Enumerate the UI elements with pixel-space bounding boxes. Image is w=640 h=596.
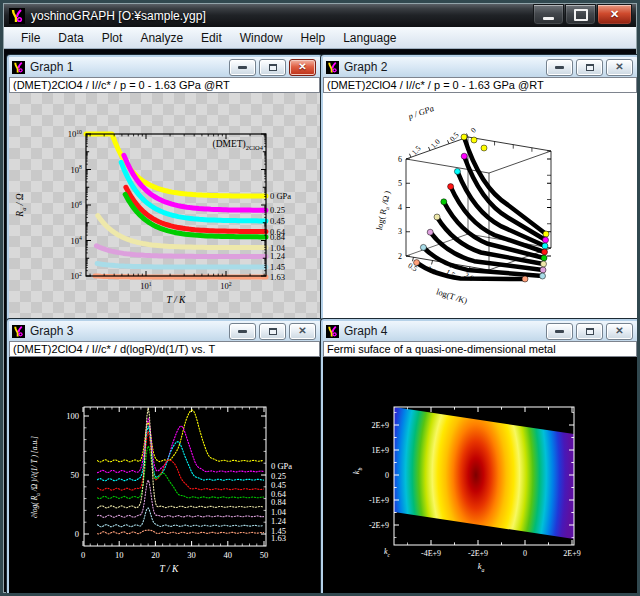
close-icon: ✕ xyxy=(615,326,623,336)
y-tick: 102 xyxy=(71,271,83,282)
graph1-caption[interactable]: (DMET)2ClO4 / I//c* / p = 0 - 1.63 GPa @… xyxy=(9,77,320,93)
graph3-close-button[interactable]: ✕ xyxy=(289,323,316,340)
restore-icon xyxy=(586,64,594,71)
pressure-label: 0.84 xyxy=(270,232,286,242)
menu-edit[interactable]: Edit xyxy=(192,29,231,47)
y-tick: 106 xyxy=(71,200,83,211)
y-tick: 104 xyxy=(71,235,83,246)
y-tick: 2E+9 xyxy=(372,421,389,430)
graph4-titlebar[interactable]: Graph 4 ✕ xyxy=(323,321,637,341)
p-tick: 1.0 xyxy=(429,137,442,150)
graph4-minimize-button[interactable] xyxy=(546,323,573,340)
menu-file[interactable]: File xyxy=(12,29,49,47)
maximize-icon xyxy=(574,9,588,21)
pressure-label: 1.45 xyxy=(270,262,285,272)
graph3-caption[interactable]: (DMET)2ClO4 / I//c* / d(logR)/d(1/T) vs.… xyxy=(9,341,320,357)
z-tick: 3 xyxy=(398,227,402,236)
menu-bar: File Data Plot Analyze Edit Window Help … xyxy=(4,27,636,49)
menu-analyze[interactable]: Analyze xyxy=(131,29,192,47)
close-icon: ✕ xyxy=(610,8,619,21)
title-bar[interactable]: yoshinoGRAPH [O:¥sample.ygp] ✕ xyxy=(4,4,636,27)
graph1-close-button[interactable]: ✕ xyxy=(289,59,316,76)
graph4-axes: 2E+91E+90-1E+9-2E+9-4E+9-2E+902E+9kbkakc xyxy=(323,357,633,590)
pressure-label: 0.45 xyxy=(270,216,285,226)
maximize-button[interactable] xyxy=(565,4,596,25)
t-axis-label: log(T /K) xyxy=(435,286,469,306)
graph1-titlebar[interactable]: Graph 1 ✕ xyxy=(9,57,320,77)
menu-data[interactable]: Data xyxy=(49,29,92,47)
menu-language[interactable]: Language xyxy=(334,29,405,47)
main-window: yoshinoGRAPH [O:¥sample.ygp] ✕ File Data… xyxy=(0,0,640,596)
x-tick: -2E+9 xyxy=(468,549,488,558)
graph2-minimize-button[interactable] xyxy=(546,59,573,76)
y-tick: 50 xyxy=(71,470,80,480)
plot-annotation: (DMET)2ClO4 xyxy=(213,139,264,151)
graph3-chart: 05010001020304050T / K∂log( Ra /Ω )/∂(1/… xyxy=(9,357,316,590)
graph4-restore-button[interactable] xyxy=(576,323,603,340)
graph3-minimize-button[interactable] xyxy=(229,323,256,340)
pressure-label: 1.63 xyxy=(271,533,286,543)
y-tick: 1E+9 xyxy=(372,446,389,455)
series-1.04 xyxy=(98,408,264,508)
series-1.45 xyxy=(97,264,266,268)
graph3-titlebar[interactable]: Graph 3 ✕ xyxy=(9,321,320,341)
menu-window[interactable]: Window xyxy=(231,29,292,47)
y-tick: 0 xyxy=(75,529,79,539)
graph1-minimize-button[interactable] xyxy=(229,59,256,76)
series-1.24 xyxy=(98,480,264,517)
graph2-restore-button[interactable] xyxy=(576,59,603,76)
graph2-chart: 00.51.01.5p / GPa65432log( Ra /Ω )0.51.0… xyxy=(323,93,633,314)
minimize-button[interactable] xyxy=(533,4,564,25)
p-axis-label: p / GPa xyxy=(406,103,435,122)
graph4-close-button[interactable]: ✕ xyxy=(606,323,633,340)
graph1-chart: 0 GPa0.250.450.640.841.041.241.451.63101… xyxy=(9,93,316,314)
graph1-icon xyxy=(12,61,25,74)
graph4-icon xyxy=(326,325,339,338)
x-tick: 0 xyxy=(523,549,527,558)
graph2-title: Graph 2 xyxy=(344,60,541,74)
pressure-label: 0.25 xyxy=(270,205,285,215)
corner-axis-label: kc xyxy=(384,547,391,558)
restore-icon xyxy=(269,328,277,335)
close-button[interactable]: ✕ xyxy=(597,4,632,25)
x-tick: 30 xyxy=(187,550,196,560)
pressure-label: 0 GPa xyxy=(270,191,291,201)
graph2-close-button[interactable]: ✕ xyxy=(606,59,633,76)
graph1-window: Graph 1 ✕ (DMET)2ClO4 / I//c* / p = 0 - … xyxy=(7,55,322,320)
z-tick: 4 xyxy=(398,203,402,212)
x-tick: -4E+9 xyxy=(421,549,441,558)
series-0 GPa xyxy=(98,410,264,462)
graph4-caption[interactable]: Fermi suface of a quasi-one-dimensional … xyxy=(323,341,637,357)
x-tick: 0 xyxy=(81,550,85,560)
mdi-area: Graph 1 ✕ (DMET)2ClO4 / I//c* / p = 0 - … xyxy=(4,50,636,592)
minimize-icon xyxy=(555,66,564,69)
y-tick: -1E+9 xyxy=(369,496,389,505)
pressure-label: 0 GPa xyxy=(271,461,292,471)
menu-plot[interactable]: Plot xyxy=(93,29,132,47)
z-axis-label: log( Ra /Ω ) xyxy=(374,190,394,232)
x-tick: 2E+9 xyxy=(563,549,580,558)
graph3-title: Graph 3 xyxy=(30,324,224,338)
x-tick: 10 xyxy=(115,550,124,560)
graph3-restore-button[interactable] xyxy=(259,323,286,340)
window-title: yoshinoGRAPH [O:¥sample.ygp] xyxy=(31,9,206,23)
y-tick: -2E+9 xyxy=(369,521,389,530)
x-tick: 102 xyxy=(220,281,232,292)
x-axis-label: T / K xyxy=(160,564,180,574)
menu-help[interactable]: Help xyxy=(291,29,334,47)
graph2-titlebar[interactable]: Graph 2 ✕ xyxy=(323,57,637,77)
graph4-title: Graph 4 xyxy=(344,324,541,338)
graph1-plot: 0 GPa0.250.450.640.841.041.241.451.63101… xyxy=(9,93,320,318)
y-tick: 108 xyxy=(71,164,83,175)
series-0.45 xyxy=(98,426,264,481)
y-tick: 0 xyxy=(385,471,389,480)
y-tick: 1010 xyxy=(68,129,82,140)
series-1.63 xyxy=(98,530,264,534)
graph2-caption[interactable]: (DMET)2ClO4 / I//c* / p = 0 - 1.63 GPa @… xyxy=(323,77,637,93)
window-controls: ✕ xyxy=(533,4,632,25)
graph1-restore-button[interactable] xyxy=(259,59,286,76)
z-tick: 6 xyxy=(398,155,402,164)
z-tick: 2 xyxy=(398,252,402,261)
graph4-plot: 2E+91E+90-1E+9-2E+9-4E+9-2E+902E+9kbkakc xyxy=(323,357,637,594)
pressure-label: 1.24 xyxy=(270,251,286,261)
